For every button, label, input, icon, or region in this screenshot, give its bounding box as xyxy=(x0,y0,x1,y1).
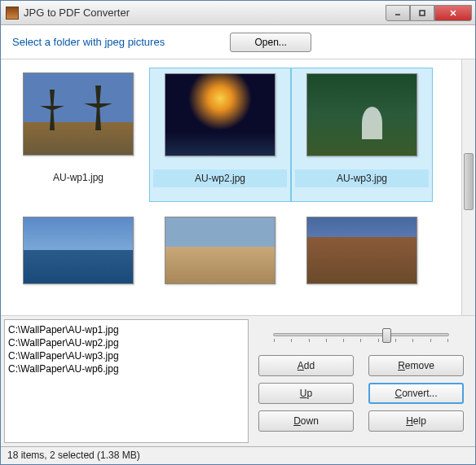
thumbnail-item[interactable] xyxy=(149,212,291,289)
close-button[interactable] xyxy=(434,5,472,21)
thumbnail-image xyxy=(165,217,275,284)
minimize-button[interactable] xyxy=(386,5,410,21)
window-title: JPG to PDF Converter xyxy=(24,7,386,19)
file-list-item[interactable]: C:\WallPaper\AU-wp2.jpg xyxy=(8,336,245,349)
help-button[interactable]: Help xyxy=(368,410,464,432)
thumbnail-item[interactable] xyxy=(291,212,433,289)
file-list-item[interactable]: C:\WallPaper\AU-wp1.jpg xyxy=(8,323,245,336)
thumbnail-image xyxy=(165,73,275,156)
window-controls xyxy=(386,5,472,21)
file-list-item[interactable]: C:\WallPaper\AU-wp6.jpg xyxy=(8,362,245,375)
controls-panel: Add Remove Up Convert... Down Help xyxy=(252,316,475,446)
thumbnail-label: AU-wp1.jpg xyxy=(11,169,146,186)
app-icon xyxy=(6,7,19,20)
bottom-panel: C:\WallPaper\AU-wp1.jpgC:\WallPaper\AU-w… xyxy=(1,316,475,446)
thumbnail-label: AU-wp3.jpg xyxy=(295,169,429,187)
app-window: JPG to PDF Converter Select a folder wit… xyxy=(0,0,476,465)
thumbnail-image xyxy=(23,217,134,284)
toolbar: Select a folder with jpeg pictures Open.… xyxy=(1,25,475,59)
thumbnail-item[interactable] xyxy=(7,212,149,289)
scrollbar-track[interactable] xyxy=(462,59,475,315)
titlebar: JPG to PDF Converter xyxy=(1,1,475,25)
file-list-item[interactable]: C:\WallPaper\AU-wp3.jpg xyxy=(8,349,245,362)
thumbnail-item[interactable]: AU-wp2.jpg xyxy=(149,68,291,202)
zoom-slider[interactable] xyxy=(273,333,449,336)
thumbnail-image xyxy=(306,217,417,284)
open-button[interactable]: Open... xyxy=(230,33,311,52)
thumbnail-grid[interactable]: AU-wp1.jpgAU-wp2.jpgAU-wp3.jpg xyxy=(1,59,461,315)
maximize-button[interactable] xyxy=(410,5,434,21)
thumbnail-image xyxy=(23,72,134,156)
slider-ticks xyxy=(274,339,448,342)
remove-button[interactable]: Remove xyxy=(368,355,464,376)
toolbar-label: Select a folder with jpeg pictures xyxy=(12,36,165,48)
svg-rect-1 xyxy=(420,11,425,15)
button-grid: Add Remove Up Convert... Down Help xyxy=(258,355,464,432)
vertical-scrollbar[interactable] xyxy=(461,59,475,315)
thumbnail-label: AU-wp2.jpg xyxy=(153,169,287,187)
status-bar: 18 items, 2 selected (1.38 MB) xyxy=(1,446,475,464)
file-list[interactable]: C:\WallPaper\AU-wp1.jpgC:\WallPaper\AU-w… xyxy=(4,319,249,443)
thumbnail-image xyxy=(306,73,417,156)
content-area: AU-wp1.jpgAU-wp2.jpgAU-wp3.jpg xyxy=(1,59,475,316)
convert-button[interactable]: Convert... xyxy=(368,383,464,404)
down-button[interactable]: Down xyxy=(258,410,354,432)
zoom-slider-row xyxy=(258,322,464,347)
scrollbar-thumb[interactable] xyxy=(464,153,474,210)
thumbnail-item[interactable]: AU-wp1.jpg xyxy=(7,68,149,202)
slider-thumb[interactable] xyxy=(382,328,391,343)
up-button[interactable]: Up xyxy=(258,383,354,404)
thumbnail-item[interactable]: AU-wp3.jpg xyxy=(291,68,433,202)
add-button[interactable]: Add xyxy=(258,355,354,376)
